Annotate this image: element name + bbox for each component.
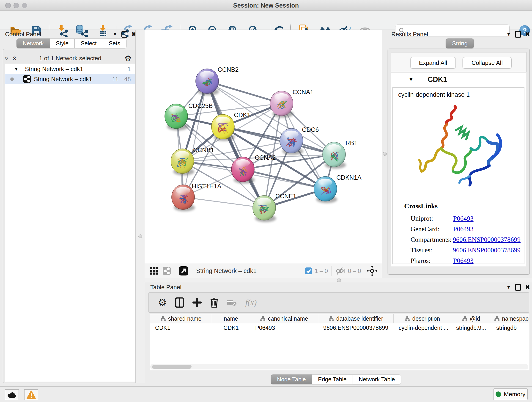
table-cell[interactable]: stringdb:9...: [451, 323, 491, 332]
network-node-label[interactable]: CCNE1: [275, 193, 297, 200]
table-panel-title: Table Panel: [150, 284, 181, 291]
crosslink-link[interactable]: 9606.ENSP00000378699: [453, 236, 520, 243]
results-panel-title: Results Panel: [391, 31, 428, 38]
network-node-label[interactable]: CCNA2: [255, 154, 276, 161]
network-status-dot: [10, 77, 14, 81]
tab-network[interactable]: Network: [17, 38, 50, 48]
splitter-grip[interactable]: [138, 235, 142, 238]
delete-column-icon[interactable]: [210, 297, 219, 308]
network-list-gear-icon[interactable]: ⚙: [125, 54, 132, 62]
protein-structure-image: [412, 103, 504, 192]
show-columns-icon[interactable]: [175, 297, 184, 308]
node-table[interactable]: shared namenamecanonical namedatabase id…: [150, 314, 529, 370]
network-node-label[interactable]: CDKN1A: [336, 174, 361, 181]
tree-expand-icon[interactable]: ▼: [14, 66, 19, 72]
column-header-database-identifier[interactable]: database identifier: [318, 314, 394, 323]
import-table-icon[interactable]: [96, 25, 109, 37]
table-cell[interactable]: stringdb: [491, 323, 529, 332]
scrollbar-thumb[interactable]: [152, 365, 191, 369]
column-header-description[interactable]: description: [394, 314, 451, 323]
column-header-name[interactable]: name: [212, 314, 250, 323]
table-horizontal-scrollbar[interactable]: [150, 364, 528, 370]
network-node-label[interactable]: RB1: [346, 140, 358, 147]
network-node-label[interactable]: CCNB2: [218, 66, 239, 73]
tab-sets[interactable]: Sets: [103, 38, 127, 48]
column-header-shared-name[interactable]: shared name: [150, 314, 212, 323]
column-header-canonical-name[interactable]: canonical name: [250, 314, 318, 323]
collapse-all-icon[interactable]: »: [5, 56, 9, 60]
table-cell[interactable]: CDK1: [212, 323, 250, 332]
collapse-all-button[interactable]: Collapse All: [462, 57, 512, 69]
panel-splitter-horizontal[interactable]: [145, 278, 532, 282]
crosslink-link[interactable]: P06493: [453, 257, 474, 264]
panel-menu-icon[interactable]: ▼: [506, 32, 511, 37]
panel-splitter-right[interactable]: [382, 30, 388, 264]
table-cell[interactable]: cyclin-dependent ...: [394, 323, 451, 332]
panel-float-icon[interactable]: [121, 31, 127, 38]
tab-edge-table[interactable]: Edge Table: [312, 375, 353, 384]
network-node-label[interactable]: CDK1: [234, 112, 250, 119]
memory-button[interactable]: Memory: [493, 389, 528, 400]
import-network-file-icon[interactable]: [56, 25, 69, 37]
network-node-label[interactable]: CDC6: [302, 126, 319, 133]
table-settings-gear-icon[interactable]: ⚙: [158, 299, 167, 306]
section-collapse-icon[interactable]: ▼: [409, 77, 413, 83]
crosslink-link[interactable]: P06493: [453, 225, 474, 233]
panel-close-icon[interactable]: ✖: [525, 31, 530, 38]
crosslink-row: Tissues:9606.ENSP00000378699: [411, 245, 520, 255]
network-node-label[interactable]: CCNB1: [193, 147, 214, 153]
tab-node-table[interactable]: Node Table: [271, 375, 312, 384]
panel-menu-icon[interactable]: ▼: [506, 285, 511, 290]
network-node-label[interactable]: CCNA1: [293, 89, 314, 96]
crosslink-label: GeneCard:: [411, 225, 453, 233]
splitter-grip[interactable]: [337, 279, 341, 282]
network-canvas[interactable]: CCNB2CCNA1CDC25BCDK1CDC6RB1CCNB1CCNA2CDK…: [145, 30, 382, 264]
table-panel-controls: ▼ ✖: [506, 284, 530, 291]
tab-network-table[interactable]: Network Table: [353, 375, 401, 384]
selected-checkbox-icon[interactable]: [305, 267, 312, 274]
table-panel-tabs: Node TableEdge TableNetwork Table: [271, 375, 401, 384]
panel-splitter-left[interactable]: [135, 30, 145, 383]
gene-section-header[interactable]: ▼ CDK1: [391, 73, 526, 86]
tab-style[interactable]: Style: [50, 38, 75, 48]
hidden-eye-icon[interactable]: [336, 267, 346, 275]
panel-close-icon[interactable]: ✖: [525, 284, 530, 291]
network-row-selected[interactable]: String Network – cdk1 11 48: [5, 74, 135, 84]
create-column-icon[interactable]: [192, 298, 202, 307]
crosslink-row: Uniprot:P06493: [411, 213, 520, 224]
network-node-label[interactable]: CDC25B: [188, 102, 213, 109]
expand-all-icon[interactable]: »: [12, 56, 16, 60]
birdseye-navigator-icon[interactable]: [367, 265, 378, 276]
cloud-button[interactable]: [5, 389, 19, 400]
crosslink-link[interactable]: P06493: [453, 215, 474, 222]
results-tab-string[interactable]: String: [446, 38, 474, 48]
panel-float-icon[interactable]: [515, 31, 521, 38]
panel-menu-icon[interactable]: ▼: [113, 32, 117, 37]
column-header-@id[interactable]: @id: [451, 314, 491, 323]
warning-button[interactable]: [24, 389, 38, 400]
string-share-icon[interactable]: [162, 267, 171, 275]
grid-view-icon[interactable]: [150, 267, 158, 275]
network-view-toolbar: String Network – cdk1 1 – 0 0 – 0: [145, 264, 382, 278]
table-cell[interactable]: CDK1: [150, 323, 212, 332]
network-row-label: String Network – cdk1: [34, 76, 92, 83]
import-network-database-icon[interactable]: [75, 25, 88, 37]
network-collection-row[interactable]: ▼ String Network – cdk1 1: [5, 64, 135, 74]
table-cell[interactable]: P06493: [250, 323, 318, 332]
crosslink-row: Pharos:P06493: [411, 255, 520, 266]
toolbar-divider: [49, 24, 49, 38]
network-node-label[interactable]: HIST1H1A: [192, 183, 221, 190]
crosslink-label: Compartments:: [411, 236, 453, 243]
results-panel-controls: ▼ ✖: [506, 31, 530, 38]
selected-counts: 1 – 0: [315, 268, 328, 274]
network-list-header: » » 1 of 1 Network selected ⚙: [5, 53, 135, 63]
tab-select[interactable]: Select: [75, 38, 103, 48]
table-cell[interactable]: 9606.ENSP00000378699: [318, 323, 394, 332]
column-header-namespace[interactable]: namespace: [491, 314, 529, 323]
table-row[interactable]: CDK1CDK1P064939606.ENSP00000378699cyclin…: [150, 323, 529, 332]
crosslink-link[interactable]: 9606.ENSP00000378699: [453, 246, 520, 254]
expand-all-button[interactable]: Expand All: [410, 57, 456, 69]
splitter-grip[interactable]: [383, 152, 387, 156]
open-in-window-icon[interactable]: [179, 266, 188, 276]
panel-float-icon[interactable]: [515, 284, 521, 291]
